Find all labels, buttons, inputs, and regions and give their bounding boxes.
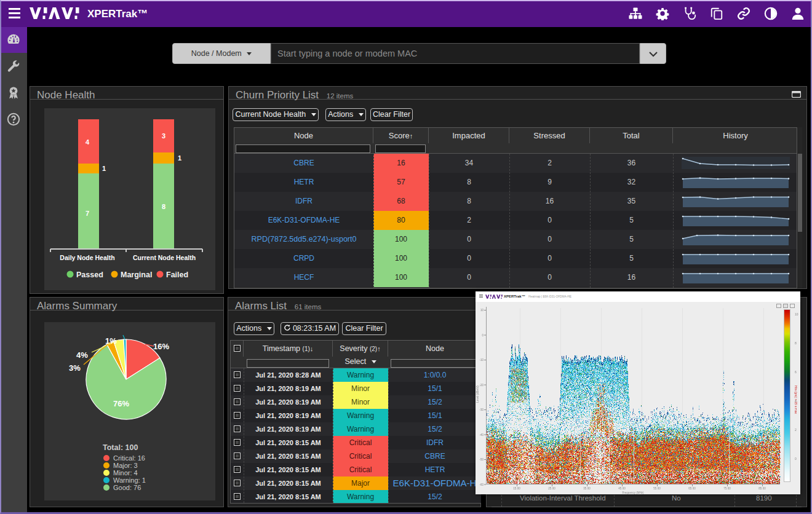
svg-text:Total: 100: Total: 100: [103, 443, 138, 452]
svg-text:3: 3: [162, 132, 165, 140]
svg-text:76%: 76%: [113, 399, 129, 408]
svg-text:8: 8: [162, 203, 165, 210]
svg-text:Major: 3: Major: 3: [113, 462, 138, 469]
svg-text:Good: 76: Good: 76: [113, 484, 141, 491]
svg-text:4: 4: [86, 138, 90, 146]
svg-text:16%: 16%: [153, 342, 169, 351]
svg-text:3%: 3%: [69, 363, 81, 373]
svg-text:1: 1: [178, 154, 181, 162]
svg-text:Daily Node Health: Daily Node Health: [60, 254, 114, 261]
svg-text:Current Node Health: Current Node Health: [133, 254, 196, 261]
svg-text:Marginal: Marginal: [121, 271, 152, 279]
svg-text:Critical: 16: Critical: 16: [113, 454, 145, 462]
svg-text:4%: 4%: [76, 350, 88, 360]
svg-text:7: 7: [86, 210, 89, 217]
svg-text:1: 1: [102, 165, 106, 172]
svg-text:Warning: 1: Warning: 1: [113, 476, 146, 484]
svg-text:Passed: Passed: [76, 271, 103, 279]
svg-text:Minor: 4: Minor: 4: [113, 469, 138, 476]
svg-text:Failed: Failed: [166, 271, 188, 279]
svg-text:1%: 1%: [105, 336, 117, 346]
